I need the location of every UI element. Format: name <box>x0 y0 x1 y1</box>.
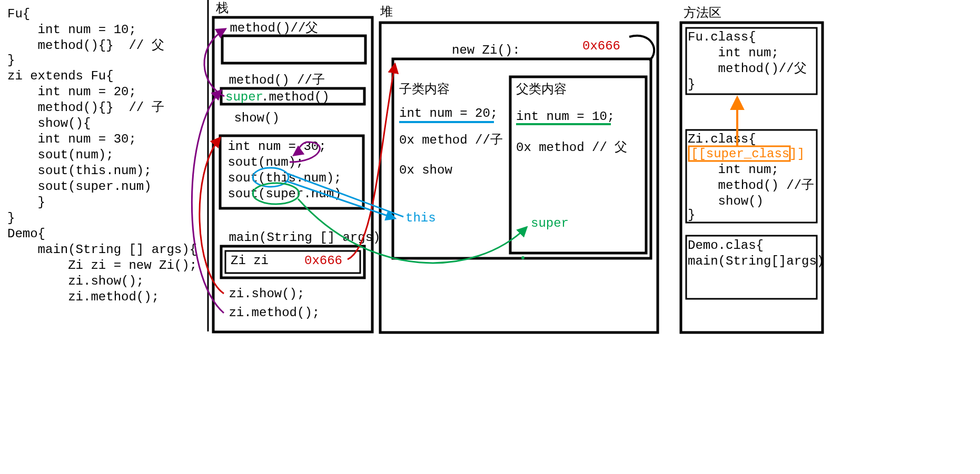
heap-parent-title: 父类内容 <box>516 82 567 97</box>
zi-class-show: show() <box>688 194 764 208</box>
code-line: sout(super.num) <box>7 179 152 194</box>
heap-object-addr-curve <box>629 36 654 60</box>
code-line: zi.method(); <box>7 290 159 304</box>
stack-frame1-header: method()//父 <box>222 21 318 35</box>
code-line: Zi zi = new Zi(); <box>7 258 197 273</box>
method-area-title: 方法区 <box>684 6 721 21</box>
code-line: int num = 30; <box>7 132 136 146</box>
stack-frame2-super-prefix: super <box>225 90 263 104</box>
zi-class-close: } <box>688 208 695 222</box>
code-line: } <box>7 53 15 67</box>
stack-frame4-zi-addr: 0x666 <box>304 254 342 268</box>
heap-child-show: 0x show <box>399 163 452 177</box>
heap-new-zi: new Zi(): <box>452 43 520 57</box>
fu-class-header: Fu.class{ <box>688 30 756 44</box>
heap-child-method: 0x method //子 <box>399 133 503 147</box>
stack-frame4-call2: zi.method(); <box>221 306 320 320</box>
demo-class-header: Demo.clas{ <box>688 238 764 253</box>
stack-frame4-zi-var: Zi zi <box>231 254 269 268</box>
code-line: int num = 10; <box>7 23 136 37</box>
code-line: main(String [] args){ <box>7 243 197 257</box>
zi-class-super: [[super_class]] <box>691 147 805 161</box>
heap-title: 堆 <box>380 5 393 19</box>
heap-outer-box <box>380 23 658 332</box>
heap-child-num: int num = 20; <box>399 106 498 120</box>
code-line: sout(this.num); <box>7 164 152 178</box>
code-line: } <box>7 195 45 209</box>
zi-class-header: Zi.class{ <box>688 132 756 146</box>
code-line: sout(num); <box>7 148 114 162</box>
method-area-column: 方法区 Fu.class{ int num; method()//父 } Zi.… <box>681 6 824 332</box>
heap-this-label: this <box>405 211 436 225</box>
heap-child-title: 子类内容 <box>399 82 450 97</box>
zi-class-num: int num; <box>688 163 779 177</box>
stack-column: 栈 method()//父 method() //子 super .method… <box>213 2 380 332</box>
code-line: zi extends Fu{ <box>7 69 114 83</box>
stack-frame2-super-rest: .method() <box>261 90 330 104</box>
heap-parent-num: int num = 10; <box>516 109 615 124</box>
heap-column: 堆 new Zi(): 0x666 子类内容 int num = 20; 0x … <box>380 5 658 332</box>
code-line: Demo{ <box>7 227 45 241</box>
stack-show-label: show() <box>226 111 280 125</box>
code-line: method(){} // 子 <box>7 100 164 115</box>
stack-frame2-header: method() //子 <box>221 73 325 87</box>
stack-frame4-header: main(String [] args) <box>221 230 380 245</box>
source-code-block: Fu{ int num = 10; method(){} // 父 } zi e… <box>7 7 197 304</box>
fu-class-num: int num; <box>688 46 779 60</box>
stack-frame4-call1: zi.show(); <box>221 287 304 301</box>
stack-frame1-box <box>222 36 365 63</box>
code-line: method(){} // 父 <box>7 38 164 53</box>
heap-addr: 0x666 <box>582 39 620 53</box>
fu-class-close: } <box>688 77 695 92</box>
demo-class-main: main(String[]args) <box>688 254 824 268</box>
diagram-canvas: Fu{ int num = 10; method(){} // 父 } zi e… <box>0 0 980 474</box>
code-line: Fu{ <box>7 7 30 21</box>
green-dot <box>521 256 524 259</box>
fu-class-method: method()//父 <box>688 62 807 76</box>
code-line: zi.show(); <box>7 274 144 288</box>
code-line: } <box>7 211 15 225</box>
code-line: show(){ <box>7 116 91 130</box>
code-line: int num = 20; <box>7 85 136 99</box>
heap-super-label: super <box>531 216 569 230</box>
heap-parent-method: 0x method // 父 <box>516 140 627 155</box>
stack-title: 栈 <box>215 2 229 16</box>
zi-class-method: method() //子 <box>688 178 814 193</box>
